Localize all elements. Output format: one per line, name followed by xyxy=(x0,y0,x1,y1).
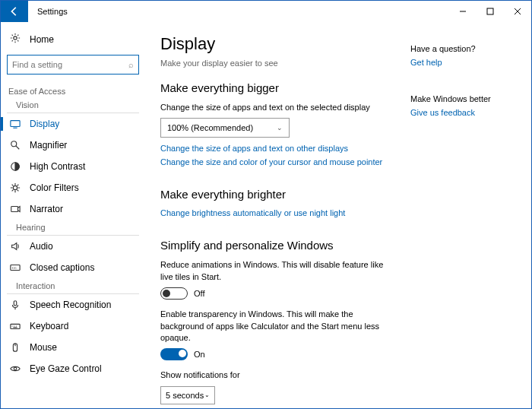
search-input[interactable]: ⌕ xyxy=(7,55,139,75)
subgroup-interaction: Interaction xyxy=(7,278,139,294)
scale-value: 100% (Recommended) xyxy=(167,123,253,132)
notif-dropdown[interactable]: 5 seconds ⌄ xyxy=(160,386,215,404)
mouse-icon xyxy=(10,342,21,353)
nav-eye-gaze[interactable]: Eye Gaze Control xyxy=(1,358,145,379)
animations-state: Off xyxy=(194,289,204,298)
nav-label: Keyboard xyxy=(30,321,68,331)
subgroup-vision: Vision xyxy=(7,97,139,113)
transparency-state: On xyxy=(194,350,205,359)
keyboard-icon xyxy=(10,321,21,331)
animations-desc: Reduce animations in Windows. This will … xyxy=(160,259,388,283)
narrator-icon xyxy=(10,204,21,214)
notif-label: Show notifications for xyxy=(160,369,388,381)
notif-value: 5 seconds xyxy=(166,391,204,400)
nav-label: Closed captions xyxy=(30,262,94,273)
svg-point-10 xyxy=(13,185,17,189)
nav-label: Speech Recognition xyxy=(30,300,111,310)
contrast-icon xyxy=(10,161,21,172)
minimize-button[interactable] xyxy=(449,1,477,22)
svg-point-22 xyxy=(14,367,17,370)
nav-label: Narrator xyxy=(30,204,63,214)
scale-desc: Change the size of apps and text on the … xyxy=(160,102,388,113)
svg-line-8 xyxy=(16,146,19,149)
eye-icon xyxy=(10,363,21,374)
svg-text:CC: CC xyxy=(12,266,17,270)
svg-rect-11 xyxy=(11,207,18,212)
nav-high-contrast[interactable]: High Contrast xyxy=(1,156,145,177)
gear-icon xyxy=(10,33,21,46)
scale-dropdown[interactable]: 100% (Recommended) ⌄ xyxy=(160,118,290,138)
svg-point-7 xyxy=(11,141,17,147)
search-field[interactable] xyxy=(12,60,128,69)
captions-icon: CC xyxy=(10,262,21,273)
right-column: Have a question? Get help Make Windows b… xyxy=(410,44,517,144)
titlebar: Settings xyxy=(1,1,531,22)
back-button[interactable] xyxy=(1,1,28,22)
group-label: Ease of Access xyxy=(1,82,145,97)
nav-speech[interactable]: Speech Recognition xyxy=(1,294,145,315)
nav-label: Eye Gaze Control xyxy=(30,363,102,374)
transparency-toggle[interactable] xyxy=(160,348,188,360)
nav-magnifier[interactable]: Magnifier xyxy=(1,135,145,156)
section-brighter: Make everything brighter xyxy=(160,188,516,201)
color-filters-icon xyxy=(10,182,21,193)
nav-display[interactable]: Display xyxy=(1,113,145,135)
svg-rect-1 xyxy=(487,8,493,14)
nav-color-filters[interactable]: Color Filters xyxy=(1,177,145,198)
close-button[interactable] xyxy=(504,1,531,22)
chevron-down-icon: ⌄ xyxy=(204,392,210,398)
nav-label: Audio xyxy=(30,241,53,252)
svg-point-4 xyxy=(14,36,17,40)
link-cursor[interactable]: Change the size and color of your cursor… xyxy=(160,157,516,166)
nav-narrator[interactable]: Narrator xyxy=(1,198,145,220)
home-label: Home xyxy=(30,34,54,45)
nav-label: Display xyxy=(30,119,59,129)
svg-rect-14 xyxy=(14,301,17,306)
nav-mouse[interactable]: Mouse xyxy=(1,337,145,358)
nav-label: Magnifier xyxy=(30,140,67,151)
maximize-button[interactable] xyxy=(477,1,504,22)
mic-icon xyxy=(10,300,21,310)
nav-closed-captions[interactable]: CC Closed captions xyxy=(1,257,145,278)
animations-toggle[interactable] xyxy=(160,287,188,300)
nav-label: Color Filters xyxy=(30,182,79,193)
nav-label: High Contrast xyxy=(30,161,85,172)
sidebar: Home ⌕ Ease of Access Vision Display Mag… xyxy=(1,22,145,409)
nav-keyboard[interactable]: Keyboard xyxy=(1,315,145,337)
audio-icon xyxy=(10,241,21,252)
window-title: Settings xyxy=(28,7,68,16)
chevron-down-icon: ⌄ xyxy=(277,124,283,132)
nav-audio[interactable]: Audio xyxy=(1,236,145,257)
link-other-displays[interactable]: Change the size of apps and text on othe… xyxy=(160,144,516,153)
monitor-icon xyxy=(10,119,21,129)
better-heading: Make Windows better xyxy=(410,94,517,103)
question-heading: Have a question? xyxy=(410,44,517,53)
svg-rect-5 xyxy=(11,121,20,127)
window-controls xyxy=(449,1,531,22)
get-help-link[interactable]: Get help xyxy=(410,58,517,67)
nav-label: Mouse xyxy=(30,342,57,353)
magnifier-icon xyxy=(10,140,21,151)
subgroup-hearing: Hearing xyxy=(7,220,139,236)
link-brightness[interactable]: Change brightness automatically or use n… xyxy=(160,208,516,217)
feedback-link[interactable]: Give us feedback xyxy=(410,108,517,117)
section-simplify: Simplify and personalize Windows xyxy=(160,239,516,252)
search-icon: ⌕ xyxy=(128,60,134,69)
transparency-desc: Enable transparency in Windows. This wil… xyxy=(160,309,388,344)
home-button[interactable]: Home xyxy=(1,28,145,50)
